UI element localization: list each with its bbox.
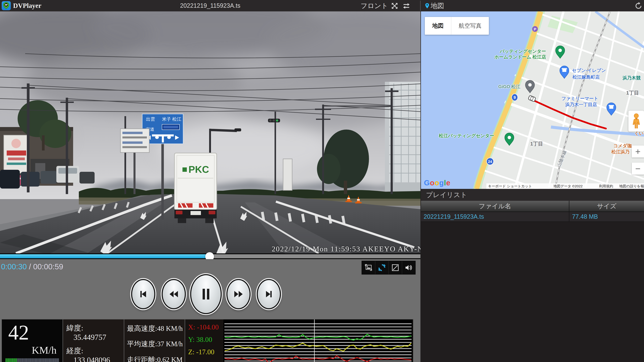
latitude-value: 35.449757 xyxy=(74,333,106,342)
playlist-row[interactable]: 20221219_115923A.ts 77.48 MB xyxy=(421,212,644,222)
svg-text:米子 松江: 米子 松江 xyxy=(162,117,182,122)
seek-bar[interactable] xyxy=(0,253,420,259)
speed-bar-gauge xyxy=(6,358,59,362)
fullscreen-button[interactable] xyxy=(388,261,402,274)
panel-divider xyxy=(420,1,420,11)
pause-button[interactable] xyxy=(190,274,222,314)
keyboard-shortcuts-link[interactable]: キーボード ショートカット xyxy=(488,184,532,189)
distance: 走行距離:0.62 KM xyxy=(127,355,182,362)
map-label: ホームランドーム 松江店 xyxy=(494,54,546,60)
seek-track[interactable] xyxy=(0,254,420,258)
fast-forward-button[interactable] xyxy=(226,279,250,309)
svg-text:24: 24 xyxy=(488,160,492,164)
camera-channel-label: フロント xyxy=(360,0,388,11)
parking-poi-icon[interactable]: P xyxy=(532,26,538,32)
map-label: 松江嫁島町店 xyxy=(572,74,600,80)
map-label: GiGO 松江 xyxy=(498,84,520,90)
speed-unit: KM/h xyxy=(32,344,56,356)
playlist-file-name[interactable]: 20221219_115923A.ts xyxy=(421,212,569,221)
zoom-in-button[interactable]: + xyxy=(632,145,644,158)
previous-file-button[interactable] xyxy=(131,279,155,309)
map-type-satellite-button[interactable]: 航空写真 xyxy=(451,17,489,35)
svg-text:PKC: PKC xyxy=(188,164,209,175)
video-toolbar xyxy=(362,261,416,275)
map-label: 浜乃木競 xyxy=(622,75,641,81)
map-label: 浜乃木一丁目店 xyxy=(565,102,597,108)
gsensor-readout: X: -104.00 Y: 38.00 Z: -17.00 xyxy=(185,320,224,362)
map-pin-icon xyxy=(425,3,429,9)
video-viewport[interactable]: 出雲 米子 松江 宍道 xyxy=(0,11,420,253)
google-logo: Google xyxy=(424,179,450,187)
video-timestamp-overlay: 2022/12/19 Mon 11:59:53 AKEEYO AKY-NV-C xyxy=(272,245,419,253)
gsensor-z: Z: -17.00 xyxy=(188,348,214,356)
terms-link[interactable]: 利用規約 xyxy=(599,184,613,189)
speed-gauge: 42 KM/h xyxy=(2,320,63,362)
longitude-label: 経度: xyxy=(66,346,83,356)
truck: PKC xyxy=(174,153,217,223)
expand-icon[interactable] xyxy=(391,2,398,10)
volume-button[interactable] xyxy=(402,261,415,274)
map-type-map-button[interactable]: 地図 xyxy=(425,17,451,35)
gps-coordinates: 緯度: 35.449757 経度: 133.048096 xyxy=(63,320,124,362)
pegman-control[interactable] xyxy=(628,111,644,132)
gsensor-y: Y: 38.00 xyxy=(188,336,212,344)
playlist-header: ファイル名 サイズ xyxy=(421,201,644,212)
title-bar: DVPlayer 20221219_115923A.ts フロント 地図 xyxy=(0,0,644,11)
map-type-switcher: 地図 航空写真 xyxy=(425,17,489,35)
playlist-file-size: 77.48 MB xyxy=(569,212,644,221)
latitude-label: 緯度: xyxy=(66,323,83,333)
map-label: 1丁目 xyxy=(626,89,639,96)
dvplayer-window: DVPlayer 20221219_115923A.ts フロント 地図 xyxy=(0,0,644,362)
map-label: 松江バッティングセンター xyxy=(439,133,494,139)
trip-stats: 最高速度:48 KM/h 平均速度:37 KM/h 走行距離:0.62 KM xyxy=(124,320,185,362)
route-shield-9: 9 xyxy=(512,94,518,101)
dashcam-frame: 出雲 米子 松江 宍道 xyxy=(0,11,420,253)
map-panel-title: 地図 xyxy=(431,0,444,11)
svg-text:P: P xyxy=(534,27,536,31)
map-label: ファミリーマート xyxy=(562,95,598,102)
map-label: 松江浜乃 xyxy=(612,149,630,155)
total-time: 00:00:59 xyxy=(33,262,63,271)
svg-text:出雲: 出雲 xyxy=(146,117,155,122)
playlist-empty-area xyxy=(421,222,644,362)
next-file-button[interactable] xyxy=(257,279,281,309)
route-shield-24: 24 xyxy=(486,158,494,165)
snapshot-button[interactable] xyxy=(362,261,375,274)
time-separator: / xyxy=(27,262,33,271)
map-label: 1丁目 xyxy=(530,140,543,147)
gsensor-x: X: -104.00 xyxy=(188,323,219,331)
telemetry-panel: 42 KM/h 緯度: 35.449757 経度: 133.048096 最高速… xyxy=(1,319,414,362)
report-error-link[interactable]: 地図の誤りを報告す xyxy=(619,184,644,189)
current-time: 0:00:30 xyxy=(1,262,27,271)
map-base: 9 24 P xyxy=(421,11,644,189)
svg-text:9: 9 xyxy=(514,95,516,100)
time-display: 0:00:30 / 00:00:59 xyxy=(1,262,63,271)
seek-progress xyxy=(0,254,210,258)
map-label: バッティングセンター xyxy=(500,48,546,54)
avg-speed: 平均速度:37 KM/h xyxy=(127,339,183,349)
map-viewport[interactable]: 9 24 P xyxy=(421,11,644,189)
rewind-button[interactable] xyxy=(162,279,186,309)
column-header-filename[interactable]: ファイル名 xyxy=(421,201,569,212)
zoom-out-button[interactable]: − xyxy=(632,163,644,175)
map-label: セブン-イレブン xyxy=(572,67,606,73)
max-speed: 最高速度:48 KM/h xyxy=(127,324,183,333)
map-label: コメダ珈 xyxy=(613,143,632,149)
video-filename: 20221219_115923A.ts xyxy=(0,0,420,11)
rotate-button[interactable] xyxy=(375,261,388,274)
gsensor-chart xyxy=(224,320,412,362)
speed-value: 42 xyxy=(8,321,29,345)
swap-channels-icon[interactable] xyxy=(402,2,410,10)
playlist-title: プレイリスト xyxy=(421,189,644,201)
map-data-copyright: 地図データ ©2022 xyxy=(554,184,582,189)
map-attribution: キーボード ショートカット 地図データ ©2022 利用規約 地図の誤りを報告す xyxy=(486,183,644,189)
longitude-value: 133.048096 xyxy=(74,356,110,362)
column-header-size[interactable]: サイズ xyxy=(569,201,644,212)
refresh-icon[interactable] xyxy=(634,2,642,10)
